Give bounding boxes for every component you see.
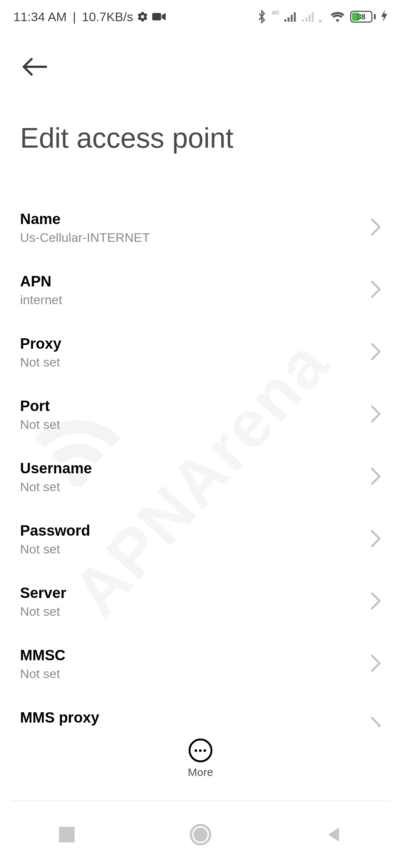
no-sim-x-icon: ✕ [318, 18, 323, 25]
row-label: APN [20, 273, 371, 290]
chevron-right-icon [371, 530, 381, 549]
chevron-right-icon [371, 592, 381, 611]
more-label: More [188, 766, 213, 779]
row-value: Us-Cellular-INTERNET [20, 230, 371, 245]
more-icon [189, 739, 212, 762]
row-apn[interactable]: APN internet [0, 259, 401, 321]
row-value: Not set [20, 355, 371, 369]
row-username[interactable]: Username Not set [0, 446, 401, 508]
battery-percent: 38 [351, 13, 371, 21]
nav-back-button[interactable] [312, 812, 356, 857]
row-proxy[interactable]: Proxy Not set [0, 321, 401, 384]
chevron-right-icon [371, 405, 381, 424]
status-time: 11:34 AM [13, 10, 67, 24]
circle-icon [190, 824, 211, 845]
row-label: Username [20, 460, 371, 477]
svg-rect-2 [288, 17, 290, 22]
video-camera-icon [152, 12, 166, 21]
row-value: Not set [20, 667, 371, 681]
wifi-icon [330, 11, 345, 22]
navigation-bar [0, 801, 401, 868]
signal-sim1-icon [284, 11, 297, 22]
status-right: 4G ✕ 38 [257, 10, 388, 24]
svg-rect-4 [294, 12, 296, 22]
row-label: MMS proxy [20, 709, 371, 726]
svg-rect-7 [309, 15, 310, 22]
svg-rect-0 [152, 13, 161, 20]
row-port[interactable]: Port Not set [0, 384, 401, 446]
nav-recents-button[interactable] [45, 812, 89, 857]
chevron-right-icon [371, 467, 381, 487]
row-label: Password [20, 522, 371, 539]
svg-rect-3 [291, 15, 293, 22]
chevron-right-icon [371, 280, 381, 300]
back-button[interactable] [20, 52, 50, 82]
signal-sim2-icon [302, 11, 315, 22]
svg-rect-1 [284, 19, 286, 22]
bluetooth-icon [257, 10, 267, 24]
row-label: Port [20, 398, 371, 414]
row-value: Not set [20, 417, 371, 432]
row-value: internet [20, 293, 371, 307]
row-name[interactable]: Name Us-Cellular-INTERNET [0, 197, 401, 259]
row-label: Proxy [20, 335, 371, 352]
network-type-4g: 4G [272, 9, 279, 16]
row-value: Not set [20, 604, 371, 619]
svg-rect-6 [306, 17, 307, 22]
row-value: Not set [20, 480, 371, 494]
status-net-rate: 10.7KB/s [82, 10, 133, 24]
row-password[interactable]: Password Not set [0, 508, 401, 571]
charging-icon [381, 10, 388, 24]
more-button[interactable]: More [188, 739, 213, 779]
row-label: Server [20, 585, 371, 601]
row-value: Not set [20, 542, 371, 556]
page-title: Edit access point [20, 122, 234, 154]
bottom-actions: More [0, 727, 401, 790]
row-label: MMSC [20, 647, 371, 664]
status-left: 11:34 AM | 10.7KB/s [13, 10, 166, 24]
chevron-right-icon [371, 343, 381, 362]
row-mms-proxy[interactable]: MMS proxy Not set [0, 695, 401, 727]
triangle-left-icon [326, 826, 342, 843]
square-icon [59, 827, 75, 842]
gear-icon [137, 11, 149, 23]
chevron-right-icon [371, 654, 381, 674]
status-bar: 11:34 AM | 10.7KB/s 4G ✕ 38 [0, 0, 401, 33]
row-label: Name [20, 211, 371, 227]
battery-indicator: 38 [350, 11, 376, 23]
row-mmsc[interactable]: MMSC Not set [0, 633, 401, 695]
chevron-right-icon [371, 218, 381, 237]
row-server[interactable]: Server Not set [0, 571, 401, 633]
svg-rect-5 [302, 19, 304, 22]
nav-home-button[interactable] [178, 812, 223, 857]
chevron-right-icon [371, 717, 381, 727]
settings-list: Name Us-Cellular-INTERNET APN internet P… [0, 197, 401, 727]
svg-rect-8 [312, 12, 314, 22]
status-separator: | [73, 10, 76, 24]
arrow-left-icon [22, 58, 48, 76]
